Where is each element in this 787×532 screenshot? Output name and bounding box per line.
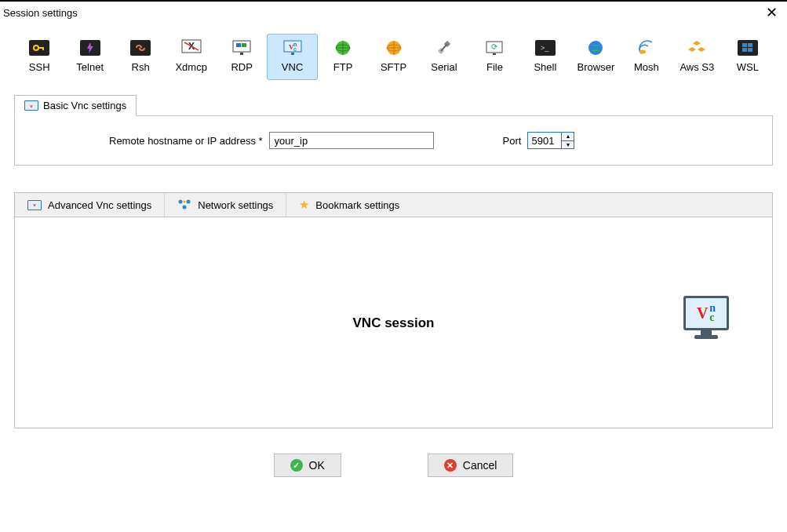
svg-rect-25 [493,53,496,55]
session-type-toolbar: SSH Telnet Rsh X Xdmcp RDP Vnc VNC FTP S… [0,26,787,80]
svg-point-28 [639,50,646,54]
svg-rect-33 [748,43,752,47]
rdp-icon [231,39,252,56]
port-input[interactable] [527,132,562,149]
svg-rect-34 [742,48,747,52]
tab-label: Bookmark settings [315,199,399,211]
file-icon: ⟳ [484,39,505,56]
svg-point-39 [184,200,186,202]
host-input[interactable] [269,132,434,149]
windows-icon [738,39,758,56]
svg-rect-35 [748,48,752,52]
session-type-ssh[interactable]: SSH [14,34,64,80]
session-type-label: Mosh [622,61,671,73]
session-type-xdmcp[interactable]: X Xdmcp [166,34,216,80]
svg-rect-2 [42,47,44,50]
svg-marker-3 [87,42,93,53]
svg-point-27 [588,41,603,55]
tab-basic-vnc-settings[interactable]: v Basic Vnc settings [14,95,137,116]
monitor-icon: v [27,200,42,210]
session-type-wsl[interactable]: WSL [723,34,773,80]
close-icon[interactable]: ✕ [761,4,782,21]
session-type-label: Shell [521,61,570,73]
star-icon: ★ [299,198,309,212]
satellite-icon [636,39,657,56]
key-icon [29,39,49,56]
session-type-label: Serial [420,61,468,73]
vnc-monitor-icon: V n c [683,296,729,339]
svg-rect-32 [742,43,747,47]
vnc-icon: Vnc [282,39,303,56]
globe-orange-icon [384,39,404,56]
tab-network-settings[interactable]: Network settings [165,193,286,217]
session-type-rsh[interactable]: Rsh [115,34,166,80]
cancel-button[interactable]: ✕ Cancel [428,454,514,477]
session-type-label: Telnet [65,61,114,73]
session-preview-panel: VNC session V n c [14,217,773,428]
tab-label: Basic Vnc settings [43,100,126,111]
svg-marker-29 [693,41,701,46]
svg-rect-8 [236,43,241,47]
session-type-ftp[interactable]: FTP [318,34,368,80]
secondary-tabbar: v Advanced Vnc settings Network settings… [14,192,773,217]
shell-icon: >_ [535,39,556,56]
link-icon [130,39,151,56]
session-type-label: Browser [571,61,620,73]
svg-point-38 [183,205,187,209]
cubes-icon [687,39,707,56]
session-type-label: SSH [15,61,64,73]
svg-marker-31 [698,47,705,52]
svg-point-36 [179,199,183,203]
svg-text:⟳: ⟳ [491,42,498,51]
svg-text:c: c [293,46,297,52]
session-type-mosh[interactable]: Mosh [621,34,672,80]
session-type-label: VNC [268,61,316,73]
port-spin-down[interactable]: ▼ [562,141,574,149]
session-type-label: File [470,61,519,73]
xdmcp-icon: X [181,39,202,56]
tab-label: Advanced Vnc settings [48,199,151,211]
svg-rect-15 [291,53,294,55]
svg-point-37 [187,199,191,203]
port-spin-up[interactable]: ▲ [562,133,574,141]
port-label: Port [503,135,522,147]
svg-text:>_: >_ [541,44,549,52]
session-type-shell[interactable]: >_ Shell [520,34,570,80]
session-type-sftp[interactable]: SFTP [368,34,418,80]
svg-marker-30 [688,47,696,52]
session-type-rdp[interactable]: RDP [217,34,267,80]
session-type-label: SFTP [369,61,417,73]
session-title: VNC session [15,315,772,331]
session-type-telnet[interactable]: Telnet [64,34,115,80]
monitor-icon: v [24,100,38,111]
svg-rect-10 [240,53,243,55]
svg-line-22 [441,44,447,51]
session-type-awss3[interactable]: Aws S3 [672,34,722,80]
session-type-vnc[interactable]: Vnc VNC [267,34,317,80]
tab-advanced-vnc-settings[interactable]: v Advanced Vnc settings [15,193,165,217]
lightning-icon [80,39,100,56]
button-label: Cancel [463,459,497,472]
tab-label: Network settings [198,199,273,211]
network-icon [177,199,191,212]
check-icon: ✓ [290,459,303,472]
ok-button[interactable]: ✓ OK [274,454,341,477]
plug-icon [434,39,454,56]
session-type-label: Aws S3 [672,61,721,73]
tab-bookmark-settings[interactable]: ★ Bookmark settings [286,193,412,217]
window-title: Session settings [3,7,78,19]
host-label: Remote hostname or IP address * [109,135,263,147]
globe-green-icon [333,39,353,56]
session-type-label: FTP [319,61,367,73]
globe-blue-icon [585,39,606,56]
session-type-label: WSL [723,61,772,73]
session-type-label: Xdmcp [166,61,215,73]
session-type-label: RDP [217,61,266,73]
session-type-label: Rsh [116,61,165,73]
session-type-serial[interactable]: Serial [419,34,469,80]
port-spinner: ▲ ▼ [562,132,574,149]
svg-rect-9 [242,43,246,47]
cancel-icon: ✕ [444,459,457,472]
session-type-browser[interactable]: Browser [570,34,621,80]
session-type-file[interactable]: ⟳ File [469,34,519,80]
